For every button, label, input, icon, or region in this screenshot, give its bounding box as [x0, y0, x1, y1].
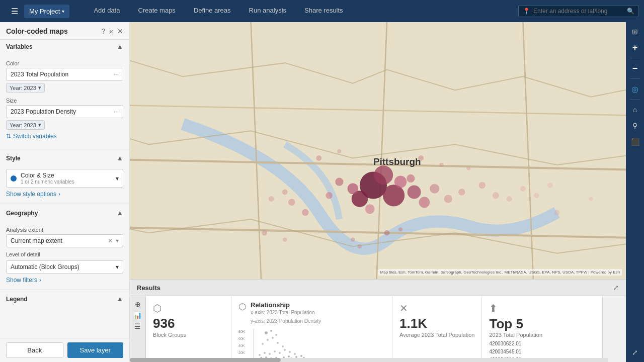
map-zoom-in-btn[interactable]: +: [627, 40, 642, 55]
panel-header: Color-coded maps ? « ✕: [0, 22, 129, 40]
back-button[interactable]: Back: [6, 342, 63, 358]
style-collapse-icon[interactable]: ▲: [117, 154, 123, 162]
toolbar-separator: [630, 58, 640, 58]
style-select[interactable]: Color & Size 1 or 2 numeric variables ▾: [6, 169, 123, 188]
divider-1: [0, 149, 129, 149]
results-tools: ⊕ 📊 ☰: [130, 296, 146, 361]
svg-point-22: [520, 186, 526, 192]
switch-icon: ⇅: [6, 133, 11, 140]
svg-point-23: [269, 196, 274, 202]
color-var-menu[interactable]: ···: [114, 71, 119, 78]
search-icon[interactable]: 🔍: [627, 8, 634, 15]
toolbar-separator-3: [630, 99, 640, 100]
svg-point-17: [288, 199, 295, 206]
project-name: My Project: [29, 8, 60, 15]
location-icon: 📍: [523, 8, 530, 15]
legend-collapse-icon[interactable]: ▲: [117, 295, 123, 303]
svg-point-6: [394, 176, 407, 188]
size-year-select[interactable]: Year: 2023 ▾: [6, 120, 45, 130]
nav-create-maps[interactable]: Create maps: [129, 2, 184, 21]
color-var-name: 2023 Total Population: [11, 71, 68, 78]
results-expand-button[interactable]: ⤢: [613, 284, 619, 292]
variables-collapse-icon[interactable]: ▲: [117, 43, 123, 50]
topbar: ☰ My Project ▾ Add data Create maps Defi…: [0, 0, 644, 22]
svg-point-9: [365, 204, 375, 214]
svg-point-79: [284, 349, 286, 351]
svg-point-5: [408, 185, 421, 199]
svg-point-78: [279, 352, 281, 354]
result-card-relationship: ⬡ Relationship x-axis: 2023 Total Popula…: [231, 296, 392, 361]
svg-text:60K: 60K: [238, 337, 245, 340]
show-options-arrow: ›: [58, 191, 60, 198]
map-search-btn[interactable]: ⚲: [627, 118, 642, 133]
map-extent-btn[interactable]: ⬛: [627, 134, 642, 149]
legend-label: Legend: [6, 296, 28, 303]
chevron-down-icon: ▾: [62, 9, 64, 14]
detail-select[interactable]: Automatic (Block Groups) ▾: [6, 260, 123, 274]
svg-point-37: [398, 227, 403, 231]
map-zoom-out-btn[interactable]: −: [627, 61, 642, 76]
block-groups-value: 936: [153, 316, 224, 331]
show-filters-button[interactable]: Show filters ›: [6, 277, 123, 284]
show-style-options[interactable]: Show style options ›: [6, 191, 123, 198]
svg-point-83: [267, 339, 269, 341]
svg-point-74: [259, 354, 261, 356]
analysis-extent-label: Analysis extent: [6, 227, 123, 233]
switch-variables-button[interactable]: ⇅ Switch variables: [6, 130, 123, 143]
style-dropdown-icon: ▾: [116, 175, 119, 182]
geography-section-header[interactable]: Geography ▲: [0, 206, 129, 220]
svg-text:Pittsburgh: Pittsburgh: [373, 156, 421, 167]
size-var-menu[interactable]: ···: [114, 108, 119, 115]
svg-point-84: [272, 337, 274, 339]
size-var-name: 2023 Population Density: [11, 108, 76, 115]
geography-collapse-icon[interactable]: ▲: [117, 209, 123, 217]
help-button[interactable]: ?: [101, 27, 105, 35]
map-area[interactable]: Pittsburgh Map tiles, Esri, TomTom, Garm…: [130, 22, 644, 362]
nav-share-results[interactable]: Share results: [295, 2, 352, 21]
results-table-icon[interactable]: ☰: [134, 322, 141, 330]
switch-label: Switch variables: [13, 133, 57, 140]
nav-run-analysis[interactable]: Run analysis: [240, 2, 295, 21]
style-section-header[interactable]: Style ▲: [0, 151, 129, 165]
color-year-select[interactable]: Year: 2023 ▾: [6, 83, 45, 93]
svg-point-75: [264, 352, 266, 354]
svg-point-20: [282, 190, 288, 195]
extent-clear-icon[interactable]: ✕: [108, 237, 113, 244]
extent-chevron-icon[interactable]: ▾: [116, 237, 119, 244]
nav-items: Add data Create maps Define areas Run an…: [85, 2, 518, 21]
close-button[interactable]: ✕: [117, 27, 123, 35]
map-grid-icon[interactable]: ⊞: [627, 24, 642, 39]
collapse-button[interactable]: «: [109, 27, 113, 35]
map-home-btn[interactable]: ⌂: [627, 102, 642, 117]
results-header: Results ⤢: [130, 280, 626, 296]
map-expand-btn[interactable]: ⤢: [627, 345, 642, 360]
nav-define-areas[interactable]: Define areas: [185, 2, 240, 21]
show-filters-arrow: ›: [39, 277, 41, 284]
svg-point-80: [289, 351, 291, 353]
project-button[interactable]: My Project ▾: [24, 5, 69, 18]
menu-icon[interactable]: ☰: [5, 7, 24, 16]
variables-section-header[interactable]: Variables ▲: [0, 40, 129, 53]
scroll-thumb[interactable]: [130, 358, 281, 362]
svg-point-77: [274, 350, 276, 352]
average-value: 1.1K: [399, 316, 474, 331]
results-zoom-icon[interactable]: ⊕: [135, 300, 141, 308]
results-scrollbar[interactable]: [130, 358, 608, 362]
top5-desc: 2023 Total Population: [489, 332, 595, 338]
map-location-btn[interactable]: ◎: [627, 81, 642, 97]
size-label: Size: [6, 98, 123, 104]
svg-text:80K: 80K: [238, 330, 245, 333]
svg-point-16: [302, 209, 309, 216]
result-card-average: ✕ 1.1K Average 2023 Total Population: [392, 296, 482, 361]
relationship-icon: ⬡: [238, 301, 247, 312]
nav-add-data[interactable]: Add data: [85, 2, 129, 21]
save-layer-button[interactable]: Save layer: [67, 342, 124, 358]
svg-point-38: [358, 244, 362, 248]
results-chart-icon[interactable]: 📊: [133, 311, 142, 319]
search-input[interactable]: [533, 8, 624, 15]
legend-section-header[interactable]: Legend ▲: [0, 292, 129, 306]
svg-point-88: [270, 330, 272, 332]
svg-point-13: [335, 178, 343, 186]
svg-point-15: [458, 189, 465, 196]
divider-3: [0, 290, 129, 290]
